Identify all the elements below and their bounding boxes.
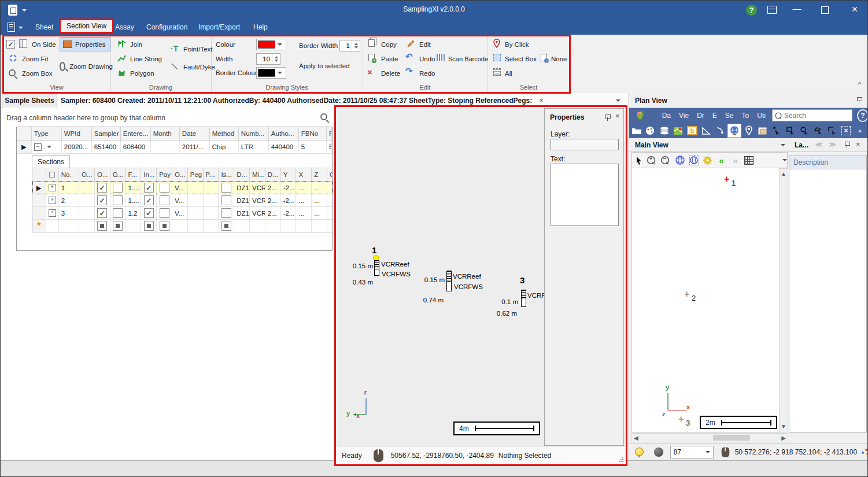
section-number[interactable]: 3 [520,275,525,285]
col-sampler[interactable]: Sampler [92,127,121,140]
redo-label[interactable]: Redo [419,70,435,77]
border-colour-dropdown[interactable] [256,67,286,79]
grid-search-icon[interactable] [320,113,327,120]
vertical-scrollbar[interactable]: ▲ ▼ [779,168,788,432]
cell-y[interactable]: -2... [281,194,297,206]
cell-checkbox[interactable] [157,220,172,232]
cell-checkbox[interactable] [110,220,126,232]
on-side-label[interactable]: On Side [32,41,56,48]
width-spinner[interactable]: 10 [256,53,280,65]
previous-icon[interactable]: « [715,154,729,167]
cell[interactable] [234,220,250,232]
cell[interactable] [327,220,333,232]
lasso-select-cursor-icon[interactable] [812,124,825,137]
point-select-cursor-icon[interactable] [770,124,783,137]
cell[interactable] [188,220,204,232]
description-header[interactable]: Description [789,156,866,169]
cell-no[interactable]: 1 [59,182,79,194]
circle-select-cursor-icon[interactable] [798,124,811,137]
cell-checkbox[interactable] [110,182,126,194]
cell-d2[interactable]: 2... [265,182,281,194]
width-arrows-icon[interactable] [272,54,280,64]
plan-marker-plus[interactable]: + [684,290,689,298]
cell[interactable] [281,220,297,232]
reef-label[interactable]: VCRR [527,292,546,299]
border-width-arrows-icon[interactable] [352,40,360,51]
text-input[interactable] [551,164,619,226]
plan-menu-dr[interactable]: Dr [693,112,708,120]
resize-grip[interactable] [618,457,624,463]
sec-col-12[interactable]: Mi... [250,168,265,181]
sec-col-10[interactable]: Is... [219,168,234,181]
settings-gear-icon[interactable] [701,154,715,167]
cell[interactable] [46,220,59,232]
cell-f[interactable]: 1.2 [126,207,142,219]
main-view-caret-icon[interactable] [781,144,785,146]
cell-entered[interactable]: 608400 [121,140,151,153]
pin-icon[interactable] [605,114,610,121]
cell[interactable] [327,182,333,194]
cell-checkbox[interactable] [219,220,234,232]
sec-col-5[interactable]: In... [141,168,157,181]
edit-label[interactable]: Edit [419,41,431,48]
zoom-box-label[interactable]: Zoom Box [22,70,52,77]
cell-checkbox[interactable] [141,207,157,219]
cell[interactable] [172,220,188,232]
cell-z[interactable]: ... [312,207,327,219]
cell-mi[interactable]: VCR [250,207,265,219]
close-icon[interactable]: × [615,113,620,120]
sec-col-17[interactable]: GZ [327,168,333,181]
cell-date[interactable]: 2011/... [180,140,210,153]
plane-frame-icon[interactable] [756,124,769,137]
cell-o[interactable]: V... [172,182,188,194]
cell-d[interactable]: DZ1 [234,182,250,194]
col-autho[interactable]: Autho... [269,127,299,140]
col-month[interactable]: Month [151,127,180,140]
layers-back-icon[interactable]: ≪ [815,140,823,149]
maximize-button[interactable] [821,6,829,14]
col-fbno[interactable]: FBNo [299,127,327,140]
cell[interactable] [327,207,333,219]
cell-checkbox[interactable] [141,182,157,194]
cell-checkbox[interactable] [219,207,234,219]
map-icon[interactable] [672,124,685,137]
cell[interactable] [204,182,219,194]
zoom-drawing-button[interactable]: Zoom Drawing [60,59,113,73]
cell-x[interactable]: ... [296,194,312,206]
col-fbpage[interactable]: FBPage [327,127,332,140]
cell-checkbox[interactable] [95,220,110,232]
menu-configuration[interactable]: Configuration [141,20,193,34]
plan-menu-se[interactable]: Se [721,112,738,120]
cell-checkbox[interactable] [157,207,172,219]
type-caret-icon[interactable] [47,146,51,148]
cell-method[interactable]: Chip [210,140,239,153]
main-view-tab[interactable]: Main View [635,141,668,149]
col-numb[interactable]: Numb... [239,127,269,140]
rect-deselect-cursor-icon[interactable] [826,124,839,137]
cell-wpid[interactable]: 20920... [62,140,92,153]
plan-canvas[interactable]: + 1 + 2 + 3 y x z 2m [631,168,779,432]
col-entered[interactable]: Entere... [121,127,151,140]
cell[interactable] [204,194,219,206]
close-icon[interactable]: × [856,141,860,148]
cell-autho[interactable]: 440400 [269,140,299,153]
setsquare-icon[interactable] [700,124,712,137]
cell-d2[interactable]: 2... [265,207,281,219]
cell[interactable] [79,220,95,232]
sphere-icon[interactable] [654,448,663,457]
menu-help[interactable]: Help [248,20,274,34]
search-input[interactable] [783,111,852,120]
help-button[interactable]: ? [746,5,757,16]
pin-icon[interactable] [844,142,849,149]
sec-col-11[interactable]: D... [234,168,250,181]
cell-f[interactable]: 1.... [126,194,142,206]
tab-sections[interactable]: Sections [32,155,70,168]
cell-z[interactable]: ... [312,194,327,206]
cell[interactable] [265,220,281,232]
expand-row-icon[interactable]: + [46,207,59,219]
zoom-out-icon[interactable]: − [660,154,674,167]
rect-select-cursor-icon[interactable] [784,124,797,137]
ribbon-collapse-icon[interactable]: ^ [858,80,862,87]
delete-label[interactable]: Delete [381,70,400,77]
reef-label[interactable]: VCRReef [453,273,481,280]
